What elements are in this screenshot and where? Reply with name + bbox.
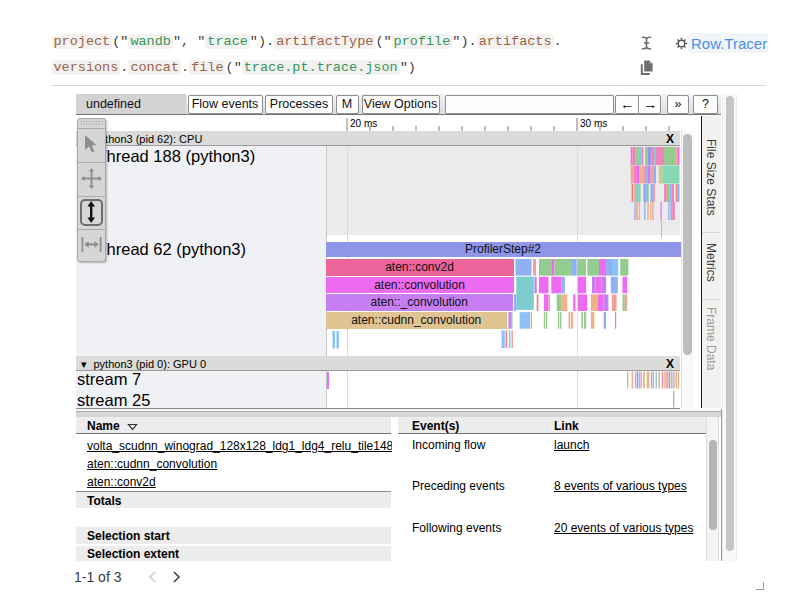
svg-text:30 ms: 30 ms [580,118,607,129]
svg-text:20 ms: 20 ms [350,118,377,129]
